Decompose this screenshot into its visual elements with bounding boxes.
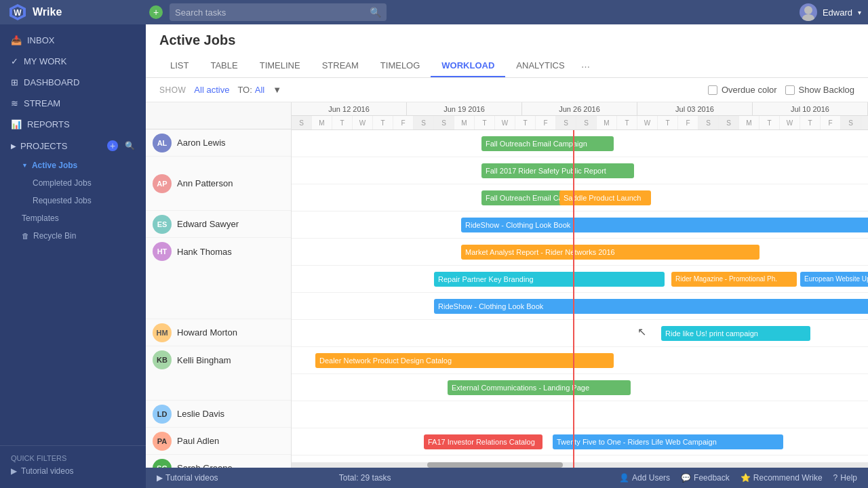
sidebar-item-completed-jobs[interactable]: Completed Jobs	[0, 174, 146, 192]
day-cell: T	[760, 116, 780, 129]
day-cell: M	[739, 116, 760, 129]
overdue-checkbox[interactable]	[708, 85, 717, 95]
bar-dealer-network[interactable]: Dealer Network Product Design Catalog	[315, 353, 614, 368]
user-name: Edward	[823, 7, 852, 18]
logo-text: Wrike	[33, 6, 62, 18]
sidebar-item-requested-jobs[interactable]: Requested Jobs	[0, 192, 146, 209]
active-jobs-chevron: ▼	[22, 162, 28, 169]
gantt-name-hank-thomas: HT Hank Thomas	[146, 238, 291, 319]
add-users-action[interactable]: 👤 Add Users	[619, 473, 670, 483]
show-label: SHOW	[159, 85, 186, 95]
horizontal-scrollbar[interactable]	[292, 462, 868, 468]
gantt-row-paul: FA17 Investor Relations Catalog Twenty F…	[292, 428, 868, 455]
bar-rider-safety[interactable]: Fall 2017 Rider Safety Public Report	[481, 163, 634, 178]
add-button[interactable]: +	[149, 5, 163, 19]
help-icon: ?	[833, 473, 838, 483]
sidebar-item-templates[interactable]: Templates	[0, 209, 146, 227]
tab-analytics[interactable]: ANALYTICS	[505, 55, 575, 77]
bar-european-website[interactable]: European Website Update	[800, 272, 868, 287]
sidebar-subitem-label: Templates	[22, 214, 59, 223]
sidebar-item-my-work[interactable]: ✓ MY WORK	[0, 51, 146, 72]
show-backlog-toggle[interactable]: Show Backlog	[785, 85, 854, 95]
sidebar-item-stream[interactable]: ≋ STREAM	[0, 93, 146, 114]
sidebar-item-active-jobs[interactable]: ▼ Active Jobs	[0, 157, 146, 174]
gantt-row-edward: RideShow - Clothing Look Book	[292, 211, 868, 239]
tab-table[interactable]: TABLE	[199, 55, 248, 77]
sidebar-item-label: INBOX	[27, 35, 54, 45]
search-project-icon[interactable]: 🔍	[125, 141, 135, 150]
bar-market-analyst[interactable]: Market Analyst Report - Rider Networks 2…	[461, 245, 760, 260]
sidebar-item-recycle-bin[interactable]: 🗑 Recycle Bin	[0, 227, 146, 245]
bar-fall-outreach-aaron[interactable]: Fall Outreach Email Campaign	[481, 136, 614, 151]
today-line	[573, 130, 574, 468]
inbox-icon: 📥	[11, 35, 22, 45]
help-action[interactable]: ? Help	[833, 473, 857, 483]
gantt-scroll[interactable]: Jun 12 2016 Jun 19 2016 Jun 26 2016 Jul …	[292, 102, 868, 468]
sidebar-item-reports[interactable]: 📊 REPORTS	[0, 114, 146, 135]
sidebar-projects-header[interactable]: ▶ PROJECTS + 🔍	[0, 135, 146, 157]
gantt-row-ann-1: Fall 2017 Rider Safety Public Report	[292, 157, 868, 184]
feedback-action[interactable]: 💬 Feedback	[681, 473, 730, 483]
add-users-icon: 👤	[619, 473, 629, 483]
all-active-filter[interactable]: All active	[194, 85, 229, 95]
bar-rideshow-hank[interactable]: RideShow - Clothing Look Book	[434, 299, 868, 314]
avatar-leslie: LD	[153, 405, 172, 424]
tab-more[interactable]: ⋯	[576, 56, 595, 77]
tab-list[interactable]: LIST	[159, 55, 199, 77]
day-cell: T	[332, 116, 353, 129]
to-filter: TO: All	[237, 85, 264, 95]
tab-stream[interactable]: STREAM	[311, 55, 370, 77]
filter-icon[interactable]: ▼	[273, 85, 281, 95]
stream-icon: ≋	[11, 98, 18, 108]
day-cell: M	[454, 116, 475, 129]
avatar-edward: ES	[153, 215, 172, 234]
reports-icon: 📊	[11, 119, 22, 129]
day-cell: W	[495, 116, 515, 129]
bar-external-comms[interactable]: External Communications - Landing Page	[448, 380, 631, 395]
day-cell: M	[312, 116, 332, 129]
add-project-icon[interactable]: +	[107, 140, 118, 151]
user-dropdown-icon[interactable]: ▾	[858, 9, 861, 16]
task-total: Total: 29 tasks	[339, 473, 391, 483]
day-cell: W	[637, 116, 658, 129]
user-name-howard: Howard Morton	[177, 327, 237, 338]
topbar: W Wrike + 🔍 Edward ▾	[0, 0, 868, 24]
tab-workload[interactable]: WORKLOAD	[431, 55, 505, 77]
day-cell: S	[292, 116, 312, 129]
help-label: Help	[840, 473, 857, 483]
week-jun19: Jun 19 2016	[407, 102, 522, 115]
week-jun26: Jun 26 2016	[522, 102, 637, 115]
bar-ride-like-us[interactable]: Ride like Us! print campaign	[661, 326, 810, 341]
projects-chevron-icon: ▶	[11, 142, 16, 150]
day-cell: S	[698, 116, 719, 129]
bar-fa17[interactable]: FA17 Investor Relations Catalog	[424, 434, 542, 449]
bar-repair-partner[interactable]: Repair Partner Key Branding	[434, 272, 665, 287]
sidebar-item-dashboard[interactable]: ⊞ DASHBOARD	[0, 72, 146, 93]
bar-twenty-five[interactable]: Twenty Five to One - Riders Life Web Cam…	[553, 434, 783, 449]
search-input[interactable]	[175, 7, 370, 18]
sidebar-item-inbox[interactable]: 📥 INBOX	[0, 30, 146, 51]
bar-rider-magazine[interactable]: Rider Magazine - Promotional Ph.	[671, 272, 797, 287]
avatar-paul: PA	[153, 432, 172, 451]
tutorial-status[interactable]: ▶ Tutorial videos	[157, 473, 218, 483]
tab-timeline[interactable]: TIMELINE	[249, 55, 311, 77]
to-value[interactable]: All	[255, 85, 264, 95]
topbar-right: Edward ▾	[800, 3, 861, 21]
avatar-hank: HT	[153, 242, 172, 261]
backlog-checkbox[interactable]	[785, 85, 795, 95]
recommend-action[interactable]: ⭐ Recommend Wrike	[741, 473, 823, 483]
main-layout: 📥 INBOX ✓ MY WORK ⊞ DASHBOARD ≋ STREAM 📊…	[0, 24, 868, 488]
my-work-icon: ✓	[11, 56, 18, 66]
sidebar-item-label: REPORTS	[27, 119, 70, 129]
bar-rideshow-edward[interactable]: RideShow - Clothing Look Book	[461, 218, 868, 232]
avatar	[800, 3, 817, 21]
tab-timelog[interactable]: TIMELOG	[370, 55, 431, 77]
user-name-hank: Hank Thomas	[177, 247, 232, 257]
day-cell: S	[841, 116, 861, 129]
add-users-label: Add Users	[632, 473, 670, 483]
overdue-color-toggle[interactable]: Overdue color	[708, 85, 777, 95]
day-cell: F	[678, 116, 698, 129]
gantt-area: AL Aaron Lewis AP Ann Patterson ES Edwar…	[146, 102, 868, 468]
tutorial-link[interactable]: ▶ Tutorial videos	[11, 462, 135, 480]
sidebar-bottom: QUICK FILTERS ▶ Tutorial videos	[0, 445, 146, 488]
